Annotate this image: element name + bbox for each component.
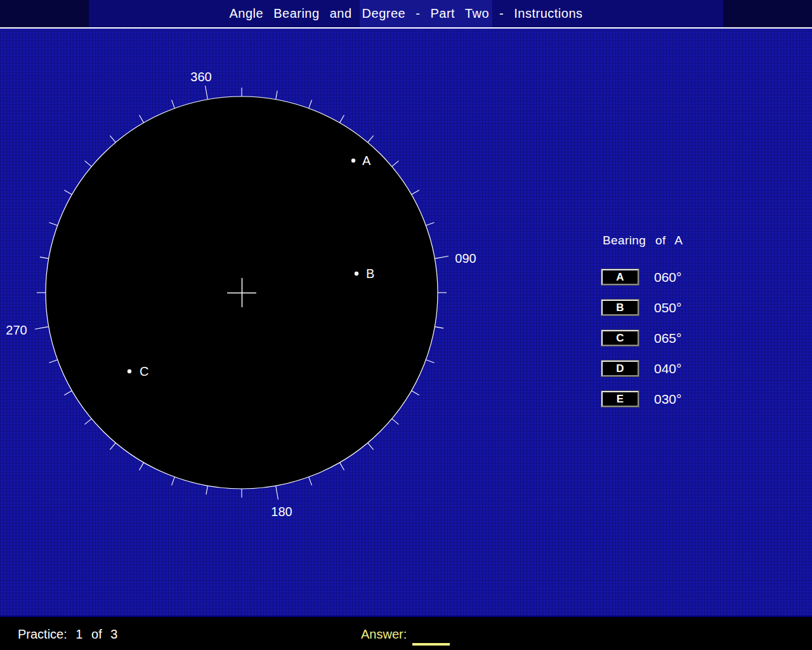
point-c-dot (128, 369, 131, 373)
option-row-e: E 030° (601, 391, 681, 407)
dial-tick (85, 419, 92, 425)
option-button-c[interactable]: C (601, 330, 639, 346)
dial-tick (435, 256, 449, 259)
point-b-dot (355, 272, 358, 275)
dial-tick (368, 136, 374, 143)
dial-tick (340, 115, 344, 123)
dial-tick (140, 115, 144, 123)
dial-tick (309, 100, 312, 108)
dial-tick (340, 463, 344, 470)
answer-input-underline[interactable] (412, 643, 450, 646)
dial-tick (110, 443, 115, 450)
dial-tick (172, 100, 175, 108)
dial-tick (392, 161, 399, 166)
option-value-a: 060° (654, 270, 681, 285)
dial-tick (64, 391, 72, 395)
option-row-a: A 060° (601, 269, 681, 285)
dial-tick (110, 136, 115, 143)
dial-tick (35, 327, 49, 329)
dial-tick (85, 161, 92, 166)
dial-label-360: 360 (190, 70, 211, 84)
dial-tick (276, 91, 277, 100)
dial-tick (426, 360, 434, 363)
question-heading: Bearing of A (603, 234, 683, 248)
dial-tick (49, 223, 57, 226)
option-button-d[interactable]: D (601, 361, 639, 376)
option-value-b: 050° (654, 300, 681, 315)
practice-counter: Practice: 1 of 3 (18, 627, 117, 642)
point-c-label: C (140, 364, 148, 378)
option-row-d: D 040° (601, 361, 681, 376)
dial-tick (435, 327, 443, 328)
dial-tick (392, 419, 399, 425)
option-value-e: 030° (654, 392, 681, 407)
dial-tick (172, 477, 175, 485)
dial-tick (140, 463, 144, 470)
answer-options: A 060° B 050° C 065° D 040° E 030° (601, 269, 681, 407)
dial-tick (64, 190, 72, 195)
dial-tick (206, 486, 207, 494)
option-value-d: 040° (654, 361, 681, 376)
dial-tick (368, 443, 374, 450)
option-button-e[interactable]: E (601, 391, 639, 407)
option-value-c: 065° (654, 331, 681, 346)
dial-tick (412, 391, 419, 395)
answer-label: Answer: (361, 627, 407, 642)
dial-tick (426, 223, 434, 226)
option-button-b[interactable]: B (601, 300, 639, 315)
dial-tick (276, 486, 278, 500)
bearing-dial: 360090180270ABC (0, 0, 812, 650)
option-button-a[interactable]: A (601, 269, 639, 285)
point-a-label: A (362, 154, 371, 168)
dial-label-270: 270 (6, 323, 27, 337)
dial-tick (412, 190, 419, 195)
dial-tick (40, 257, 49, 258)
dial-label-180: 180 (271, 505, 292, 519)
option-row-b: B 050° (601, 300, 681, 315)
dial-label-090: 090 (455, 251, 476, 265)
dial-tick (206, 86, 208, 100)
point-b-label: B (366, 267, 374, 281)
point-a-dot (351, 159, 355, 162)
status-bar: Practice: 1 of 3 Answer: (0, 616, 812, 650)
dial-tick (49, 360, 57, 363)
option-row-c: C 065° (601, 330, 681, 346)
dial-tick (309, 477, 312, 485)
